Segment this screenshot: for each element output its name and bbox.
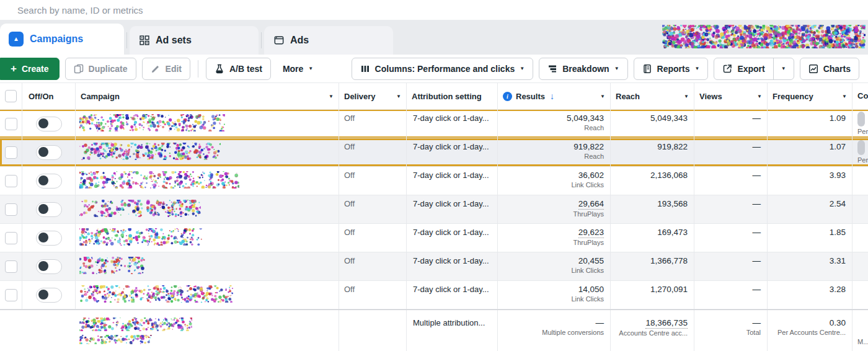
attribution-value: 7-day click or 1-day...	[413, 256, 489, 265]
off-on-toggle[interactable]	[36, 202, 62, 217]
totals-attribution: Multiple attribution...	[407, 310, 498, 351]
redacted-campaign-name	[79, 257, 145, 277]
table-row[interactable]: Off 7-day click or 1-day... 919,822 Reac…	[0, 138, 868, 167]
frequency-cell: 1.09	[768, 110, 852, 138]
column-header-cost-per-result[interactable]: Cost per result	[852, 83, 868, 109]
views-value: —	[753, 284, 761, 295]
export-options-button[interactable]: ▼	[773, 58, 794, 79]
column-header-frequency[interactable]: Frequency ▼	[768, 83, 852, 109]
table-row[interactable]: Off 7-day click or 1-day... 29,664 ThruP…	[0, 195, 868, 224]
row-checkbox[interactable]	[5, 232, 17, 244]
column-header-reach[interactable]: Reach ▼	[611, 83, 694, 109]
frequency-cell: 3.28	[768, 281, 852, 309]
duplicate-label: Duplicate	[89, 64, 128, 74]
ab-test-label: A/B test	[229, 64, 262, 74]
campaign-name-cell[interactable]	[76, 281, 339, 309]
views-cell: —	[694, 281, 768, 309]
row-checkbox[interactable]	[5, 146, 17, 159]
totals-frequency: 0.30 Per Accounts Centre...	[768, 310, 852, 351]
charts-button[interactable]: Charts	[800, 58, 859, 80]
tab-ads[interactable]: Ads	[264, 26, 393, 55]
ab-test-button[interactable]: A/B test	[206, 58, 271, 80]
off-on-toggle[interactable]	[36, 231, 62, 246]
create-label: Create	[22, 64, 49, 74]
off-on-toggle[interactable]	[36, 259, 62, 274]
export-split-button: Export ▼	[714, 58, 794, 80]
charts-label: Charts	[823, 64, 851, 74]
table-row[interactable]: Off 7-day click or 1-day... 36,602 Link …	[0, 167, 868, 195]
breakdown-button[interactable]: Breakdown ▼	[539, 58, 627, 80]
breakdown-icon	[547, 64, 557, 74]
reach-value: 1,366,778	[650, 255, 688, 266]
duplicate-button[interactable]: Duplicate	[65, 58, 136, 80]
off-on-toggle[interactable]	[36, 174, 62, 189]
tab-campaigns-label: Campaigns	[30, 33, 83, 45]
off-on-toggle[interactable]	[36, 117, 62, 131]
frequency-value: 3.28	[830, 284, 846, 295]
reach-cell: 2,136,068	[611, 167, 694, 195]
tab-ads-label: Ads	[290, 35, 309, 46]
reach-cell: 193,568	[611, 195, 694, 223]
more-button[interactable]: More ▼	[277, 58, 319, 80]
views-cell: —	[694, 138, 768, 166]
campaign-name-cell[interactable]	[76, 110, 339, 138]
frequency-cell: 1.07	[768, 138, 852, 166]
totals-delivery-cell	[339, 310, 407, 351]
row-toggle-cell	[22, 224, 76, 252]
column-header-views[interactable]: Views ▼	[694, 83, 768, 109]
search-input[interactable]	[0, 0, 868, 20]
column-header-delivery[interactable]: Delivery ▼	[339, 83, 407, 109]
redacted-campaign-name	[79, 114, 225, 134]
views-value: —	[753, 113, 761, 123]
attribution-cell: 7-day click or 1-day...	[407, 224, 498, 252]
results-cell: 5,049,343 Reach	[498, 110, 611, 138]
select-all-checkbox[interactable]	[5, 90, 17, 102]
reach-cell: 5,049,343	[611, 110, 694, 138]
row-checkbox[interactable]	[5, 289, 17, 301]
chevron-down-icon: ▼	[308, 66, 313, 71]
reports-button[interactable]: Reports ▼	[634, 58, 709, 80]
reach-value: 1,270,091	[650, 284, 688, 295]
edit-button[interactable]: Edit	[142, 58, 190, 80]
reach-cell: 1,270,091	[611, 281, 694, 309]
info-icon[interactable]: i	[503, 92, 512, 101]
sort-caret-icon: ▼	[600, 94, 605, 99]
results-cell: 919,822 Reach	[498, 138, 611, 166]
row-checkbox[interactable]	[5, 203, 17, 216]
export-icon	[722, 64, 732, 74]
campaign-name-cell[interactable]	[76, 195, 339, 223]
column-header-results[interactable]: i Results ↓ ▼	[498, 83, 611, 109]
table-row[interactable]: Off 7-day click or 1-day... 29,623 ThruP…	[0, 224, 868, 252]
column-header-attribution[interactable]: Attribution setting	[407, 83, 498, 109]
frequency-value: 1.07	[830, 141, 846, 152]
cost-note: Per	[857, 128, 868, 135]
off-on-toggle[interactable]	[36, 145, 62, 160]
frequency-cell: 3.93	[768, 167, 852, 195]
campaign-name-cell[interactable]	[76, 252, 339, 280]
redacted-campaign-name	[79, 171, 239, 191]
columns-button[interactable]: Columns: Performance and clicks ▼	[352, 58, 534, 80]
row-checkbox[interactable]	[5, 175, 17, 187]
reach-cell: 919,822	[611, 138, 694, 166]
create-button[interactable]: + Create	[0, 58, 60, 80]
totals-lead-cell	[0, 310, 76, 351]
column-header-campaign[interactable]: Campaign ▼	[76, 83, 339, 109]
off-on-toggle[interactable]	[36, 288, 62, 303]
tab-ad-sets[interactable]: Ad sets	[130, 26, 259, 55]
campaign-name-cell[interactable]	[76, 167, 339, 195]
row-checkbox[interactable]	[5, 118, 17, 130]
table-row[interactable]: Off 7-day click or 1-day... 5,049,343 Re…	[0, 110, 868, 138]
results-label: Reach	[584, 152, 604, 161]
export-button[interactable]: Export	[714, 58, 773, 79]
delivery-cell: Off	[339, 281, 407, 309]
campaign-name-cell[interactable]	[76, 224, 339, 252]
chevron-down-icon: ▼	[520, 66, 525, 71]
campaign-name-cell[interactable]	[76, 138, 339, 166]
row-checkbox[interactable]	[5, 260, 17, 273]
table-row[interactable]: Off 7-day click or 1-day... 20,455 Link …	[0, 252, 868, 281]
tab-campaigns[interactable]: ▲ Campaigns	[0, 24, 124, 55]
views-value: —	[753, 255, 761, 266]
flask-icon	[215, 64, 224, 74]
delivery-value: Off	[344, 285, 355, 294]
table-row[interactable]: Off 7-day click or 1-day... 14,050 Link …	[0, 281, 868, 309]
